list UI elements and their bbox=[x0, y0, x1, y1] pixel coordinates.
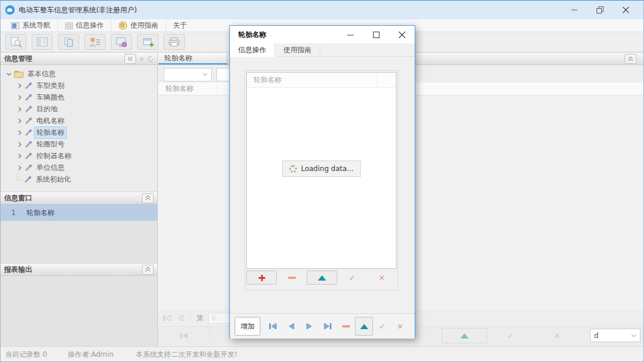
menu-label: 系统导航 bbox=[22, 21, 50, 30]
status-message: 本系统支持二次开发和全新开发! bbox=[136, 350, 238, 360]
dialog-confirm-icon-button[interactable]: ✓ bbox=[337, 271, 367, 285]
main-bottom-combo-value: d bbox=[594, 332, 599, 340]
tree-node-unit-info[interactable]: 单位信息 bbox=[1, 162, 157, 173]
dialog-close-button[interactable] bbox=[389, 26, 415, 43]
tree-node-label: 轮圈型号 bbox=[35, 139, 66, 150]
tree-node-motor-name[interactable]: 电机名称 bbox=[1, 115, 157, 127]
item-tool-icon bbox=[25, 94, 32, 101]
tree-node-label: 车型类别 bbox=[35, 80, 66, 91]
pager-divider bbox=[190, 314, 191, 322]
dialog-delete-icon-button[interactable] bbox=[277, 271, 306, 285]
printer-button[interactable] bbox=[164, 34, 185, 50]
dialog-nav-last-button[interactable] bbox=[318, 317, 337, 336]
add-button[interactable]: 增加 bbox=[235, 317, 260, 336]
chevron-down-icon bbox=[202, 73, 208, 76]
filter-combo[interactable] bbox=[164, 68, 212, 81]
tree-node-controller-name[interactable]: 控制器名称 bbox=[1, 150, 157, 162]
dialog-nav-first-button[interactable] bbox=[264, 317, 282, 336]
menu-label: 使用指南 bbox=[130, 21, 158, 30]
nav-prev-icon[interactable] bbox=[177, 315, 184, 322]
tree-node-rim-model[interactable]: 轮圈型号 bbox=[1, 138, 157, 150]
tree-node-root[interactable]: 基本信息 bbox=[1, 68, 157, 80]
dialog-titlebar: 轮胎名称 bbox=[230, 26, 415, 43]
main-cancel-button[interactable]: ✕ bbox=[537, 327, 578, 344]
dialog-confirm-button[interactable]: ✓ bbox=[373, 317, 391, 336]
tree-node-system-init[interactable]: 系统初始化 bbox=[1, 173, 157, 185]
restore-button[interactable] bbox=[587, 2, 613, 18]
tab-tire-name[interactable]: 轮胎名称 bbox=[158, 53, 228, 64]
dialog-tab-info-ops[interactable]: 信息操作 bbox=[230, 43, 275, 57]
tree-node-tire-name[interactable]: 轮胎名称 bbox=[1, 127, 157, 138]
nav-next-icon bbox=[306, 323, 313, 330]
menu-system-nav[interactable]: 系统导航 bbox=[4, 19, 58, 32]
preview-button[interactable] bbox=[5, 34, 26, 50]
dialog-list-header: 轮胎名称 bbox=[247, 73, 396, 88]
main-nav-first-button[interactable] bbox=[158, 327, 211, 344]
dialog-add-icon-button[interactable] bbox=[246, 271, 277, 285]
main-confirm-button[interactable]: ✓ bbox=[490, 327, 531, 344]
pager-input[interactable] bbox=[208, 313, 231, 324]
info-window-title: 信息窗口 bbox=[4, 193, 32, 203]
dialog-minimize-button[interactable] bbox=[337, 26, 363, 43]
dialog-tab-user-guide[interactable]: 使用指南 bbox=[275, 43, 320, 56]
menu-info-ops[interactable]: 信息操作 bbox=[58, 19, 111, 32]
monitor-globe-button[interactable] bbox=[111, 34, 132, 50]
guide-circle-icon bbox=[118, 21, 127, 30]
collapse-report-button[interactable] bbox=[142, 265, 154, 275]
form-button[interactable] bbox=[32, 34, 53, 50]
nav-first-icon[interactable] bbox=[163, 315, 172, 322]
check-icon: ✓ bbox=[379, 322, 386, 330]
collapse-main-button[interactable] bbox=[625, 54, 636, 64]
info-window-body bbox=[1, 221, 157, 263]
tree-node-vehicle-type[interactable]: 车型类别 bbox=[1, 80, 157, 91]
dialog-post-icon-button[interactable] bbox=[307, 271, 337, 285]
add-disabled-icon: + bbox=[138, 55, 145, 63]
grid-icon bbox=[65, 22, 73, 29]
chevron-right-icon bbox=[17, 165, 22, 170]
dialog-listbox[interactable]: 轮胎名称 Loading data... bbox=[246, 72, 396, 269]
info-tree: 基本信息 车型类别 车辆颜色 目的地 电机名称 bbox=[1, 65, 157, 192]
user-settings-button[interactable] bbox=[84, 34, 106, 50]
dialog-nav-next-button[interactable] bbox=[300, 317, 318, 336]
dialog-grid-column[interactable]: 轮胎名称 bbox=[247, 73, 377, 87]
dialog-maximize-button[interactable] bbox=[363, 26, 389, 43]
collapse-left-button[interactable] bbox=[124, 54, 136, 64]
new-window-button[interactable] bbox=[137, 34, 158, 50]
collapse-info-window-button[interactable] bbox=[142, 193, 154, 203]
tree-node-label: 电机名称 bbox=[35, 115, 66, 127]
app-logo-icon bbox=[5, 5, 15, 15]
dialog-delete-button[interactable] bbox=[337, 317, 355, 336]
loading-indicator: Loading data... bbox=[282, 160, 361, 177]
item-tool-icon bbox=[24, 176, 32, 183]
titlebar: 电动车整车信息管理系统(非注册用户) bbox=[1, 1, 643, 19]
x-icon: ✕ bbox=[378, 274, 385, 282]
document-button[interactable] bbox=[58, 34, 79, 50]
minimize-button[interactable] bbox=[561, 2, 587, 18]
dialog-nav-prev-button[interactable] bbox=[282, 317, 300, 336]
grid-column-tire-name[interactable]: 轮胎名称 bbox=[158, 84, 217, 94]
main-bottom-combo[interactable]: d bbox=[590, 329, 640, 342]
menu-user-guide[interactable]: 使用指南 bbox=[111, 19, 166, 32]
tree-node-vehicle-color[interactable]: 车辆颜色 bbox=[1, 91, 157, 103]
dialog-content: 轮胎名称 Loading data... ✓ ✕ bbox=[230, 57, 415, 313]
chevron-right-icon bbox=[17, 142, 22, 147]
menu-about[interactable]: 关于 bbox=[166, 19, 194, 32]
check-icon: ✓ bbox=[349, 274, 356, 282]
info-window-row-label: 轮胎名称 bbox=[26, 208, 55, 218]
close-button[interactable] bbox=[613, 2, 639, 18]
chevron-right-icon bbox=[17, 83, 22, 88]
dialog-bottom-toolbar: 增加 ✓ ✕ bbox=[230, 313, 415, 339]
dialog-post-button[interactable] bbox=[355, 317, 373, 336]
dialog-cancel-button[interactable]: ✕ bbox=[391, 317, 409, 336]
item-tool-icon bbox=[25, 152, 32, 160]
info-window-row[interactable]: 1 轮胎名称 bbox=[1, 204, 157, 221]
nav-prev-icon bbox=[287, 323, 295, 330]
dialog-cancel-icon-button[interactable]: ✕ bbox=[367, 271, 396, 285]
item-tool-icon bbox=[25, 117, 32, 125]
tree-node-label: 车辆颜色 bbox=[35, 92, 66, 103]
tree-node-destination[interactable]: 目的地 bbox=[1, 103, 157, 115]
chevron-down-icon bbox=[631, 334, 636, 337]
refresh-disabled-icon bbox=[147, 56, 154, 62]
main-post-button[interactable] bbox=[442, 328, 487, 343]
check-icon: ✓ bbox=[507, 332, 514, 340]
